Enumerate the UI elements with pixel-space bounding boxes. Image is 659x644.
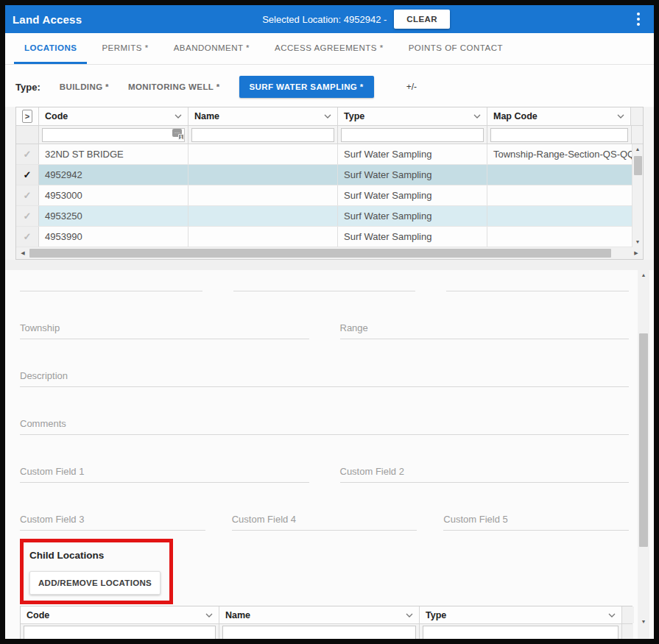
custom-field-2[interactable]: Custom Field 2 bbox=[340, 466, 630, 483]
custom-field-2-label: Custom Field 2 bbox=[340, 466, 630, 482]
child-filter-cell-code bbox=[21, 624, 219, 639]
custom-field-5-label: Custom Field 5 bbox=[443, 514, 629, 530]
cell-code: 32ND ST BRIDGE bbox=[39, 144, 188, 164]
scroll-down-icon[interactable]: ▼ bbox=[632, 237, 643, 247]
filter-cell-type bbox=[338, 126, 487, 144]
child-type-filter-input[interactable] bbox=[423, 626, 619, 639]
child-name-filter-input[interactable] bbox=[222, 626, 416, 639]
expand-column-header: > bbox=[16, 107, 39, 125]
tab-points-of-contact[interactable]: POINTS OF CONTACT bbox=[398, 33, 513, 64]
type-filter-row: Type: BUILDING * MONITORING WELL * SURF … bbox=[5, 65, 654, 107]
cell-map-code: Township-Range-Section-QS-QQS bbox=[487, 144, 643, 164]
row-check-cell[interactable]: ✓ bbox=[16, 227, 39, 247]
chevron-down-icon[interactable] bbox=[324, 114, 331, 118]
child-locations-title: Child Locations bbox=[29, 550, 161, 561]
range-field[interactable]: Range bbox=[340, 322, 630, 339]
custom-field-3[interactable]: Custom Field 3 bbox=[20, 514, 205, 531]
scroll-down-icon[interactable]: ▼ bbox=[638, 617, 649, 627]
cell-code: 4953990 bbox=[39, 227, 188, 247]
chevron-down-icon[interactable] bbox=[406, 613, 413, 618]
type-option-monitoring-well[interactable]: MONITORING WELL * bbox=[128, 82, 220, 91]
comments-field[interactable]: Comments bbox=[20, 418, 629, 435]
scrollbar-corner bbox=[632, 126, 643, 144]
tab-permits[interactable]: PERMITS * bbox=[91, 33, 158, 64]
type-option-building[interactable]: BUILDING * bbox=[60, 82, 109, 91]
scrollbar-thumb[interactable] bbox=[639, 333, 648, 547]
child-grid-header: Code Name Type bbox=[21, 606, 632, 624]
scrollbar-thumb[interactable] bbox=[29, 249, 611, 258]
table-row-selected[interactable]: ✓ 4952942 Surf Water Sampling bbox=[16, 165, 643, 185]
type-more-toggle[interactable]: +/- bbox=[406, 82, 417, 92]
locations-grid-filter-row: …1 bbox=[16, 126, 643, 144]
cell-name bbox=[188, 185, 338, 205]
township-field[interactable]: Township bbox=[20, 322, 309, 339]
tab-access-agreements[interactable]: ACCESS AGREEMENTS * bbox=[264, 33, 394, 64]
section-divider bbox=[5, 260, 654, 270]
table-row[interactable]: ✓ 4953990 Surf Water Sampling bbox=[16, 227, 643, 247]
tab-locations[interactable]: LOCATIONS bbox=[14, 33, 87, 64]
column-header-name[interactable]: Name bbox=[188, 107, 338, 125]
scrollbar-thumb[interactable] bbox=[634, 156, 642, 175]
add-remove-locations-button[interactable]: ADD/REMOVE LOCATIONS bbox=[29, 571, 161, 595]
chevron-down-icon[interactable] bbox=[608, 613, 616, 618]
cell-map-code bbox=[487, 165, 643, 185]
chevron-down-icon[interactable] bbox=[175, 114, 182, 118]
cell-map-code bbox=[487, 227, 643, 247]
scroll-left-icon[interactable]: ◀ bbox=[16, 248, 29, 258]
location-detail-panel: Township Range Description Comments Cust… bbox=[5, 270, 654, 639]
scrollbar-corner bbox=[622, 624, 633, 639]
column-header-code[interactable]: Code bbox=[39, 107, 188, 125]
clear-button[interactable]: CLEAR bbox=[394, 10, 450, 29]
table-row[interactable]: ✓ 32ND ST BRIDGE Surf Water Sampling Tow… bbox=[16, 144, 643, 165]
type-filter-input[interactable] bbox=[341, 128, 484, 142]
table-row[interactable]: ✓ 4953000 Surf Water Sampling bbox=[16, 185, 643, 206]
kebab-menu-icon[interactable] bbox=[630, 10, 646, 29]
row-check-cell[interactable]: ✓ bbox=[16, 165, 39, 185]
custom-field-4-label: Custom Field 4 bbox=[232, 514, 417, 530]
custom-field-4[interactable]: Custom Field 4 bbox=[232, 514, 417, 531]
name-filter-input[interactable] bbox=[191, 128, 334, 142]
scroll-up-icon[interactable]: ▲ bbox=[638, 270, 649, 280]
custom-field-3-label: Custom Field 3 bbox=[20, 514, 205, 530]
cell-type: Surf Water Sampling bbox=[338, 144, 487, 164]
child-column-header-name[interactable]: Name bbox=[219, 606, 420, 623]
custom-field-5[interactable]: Custom Field 5 bbox=[443, 514, 629, 531]
row-check-cell[interactable]: ✓ bbox=[16, 144, 39, 164]
cell-map-code bbox=[487, 185, 643, 205]
child-code-filter-input[interactable] bbox=[24, 626, 216, 639]
locations-grid-body: ✓ 32ND ST BRIDGE Surf Water Sampling Tow… bbox=[16, 144, 643, 247]
locations-grid-header: > Code Name Type Map Code bbox=[16, 107, 643, 126]
expand-grid-button[interactable]: > bbox=[22, 110, 32, 123]
tab-abandonment[interactable]: ABANDONMENT * bbox=[163, 33, 260, 64]
child-column-header-code[interactable]: Code bbox=[21, 606, 219, 623]
child-locations-highlight-box: Child Locations ADD/REMOVE LOCATIONS bbox=[20, 539, 173, 604]
row-check-cell[interactable]: ✓ bbox=[16, 206, 39, 226]
scroll-up-icon[interactable]: ▲ bbox=[632, 144, 643, 155]
column-header-map-code[interactable]: Map Code bbox=[487, 107, 631, 125]
chevron-down-icon[interactable] bbox=[473, 114, 481, 118]
horizontal-scrollbar[interactable]: ◀ ▶ bbox=[16, 247, 643, 259]
chevron-down-icon[interactable] bbox=[617, 114, 624, 118]
check-icon: ✓ bbox=[24, 149, 32, 160]
clipped-field-underline bbox=[20, 289, 202, 291]
chevron-down-icon[interactable] bbox=[205, 613, 213, 618]
row-check-cell[interactable]: ✓ bbox=[16, 185, 39, 205]
description-field[interactable]: Description bbox=[20, 370, 629, 387]
child-column-header-type[interactable]: Type bbox=[420, 606, 622, 623]
filter-selection-icon[interactable]: …1 bbox=[172, 129, 182, 137]
vertical-scrollbar[interactable]: ▲ ▼ bbox=[632, 144, 643, 247]
township-label: Township bbox=[20, 322, 309, 339]
scrollbar-corner bbox=[622, 606, 634, 623]
column-header-type[interactable]: Type bbox=[338, 107, 487, 125]
type-option-surf-water-sampling[interactable]: SURF WATER SAMPLING * bbox=[239, 76, 374, 98]
table-row[interactable]: ✓ 4953250 Surf Water Sampling bbox=[16, 206, 643, 227]
range-label: Range bbox=[340, 322, 630, 339]
tab-bar: LOCATIONS PERMITS * ABANDONMENT * ACCESS… bbox=[5, 33, 654, 65]
code-filter-input[interactable] bbox=[42, 128, 185, 142]
custom-field-1[interactable]: Custom Field 1 bbox=[20, 466, 309, 483]
map-code-filter-input[interactable] bbox=[490, 128, 628, 142]
comments-label: Comments bbox=[20, 418, 629, 434]
scroll-right-icon[interactable]: ▶ bbox=[630, 248, 643, 258]
child-locations-grid: Code Name Type bbox=[20, 606, 632, 639]
panel-vertical-scrollbar[interactable]: ▲ ▼ bbox=[638, 270, 649, 639]
